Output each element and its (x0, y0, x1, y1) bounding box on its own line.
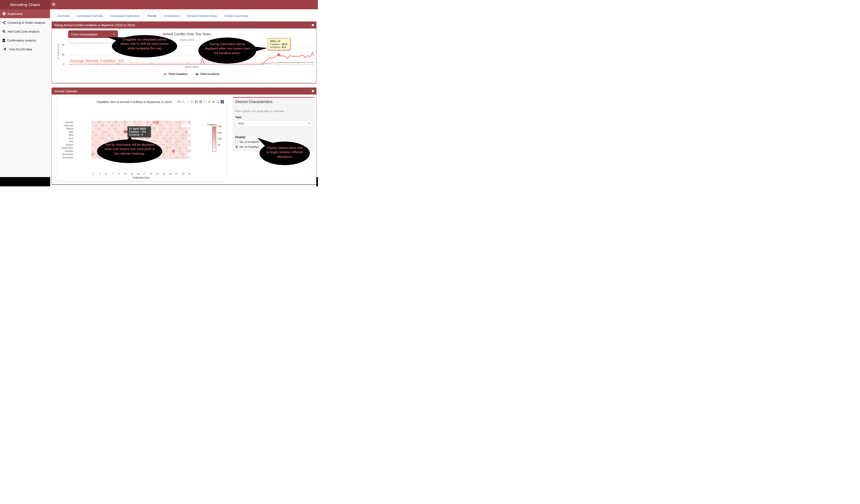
heatmap-cell[interactable] (133, 121, 137, 124)
heatmap-cell[interactable] (124, 124, 127, 127)
heatmap-cell[interactable] (172, 146, 175, 149)
heatmap-cell[interactable] (91, 150, 95, 153)
collapse-icon[interactable] (312, 90, 314, 92)
hover-compare-icon[interactable] (216, 100, 220, 104)
heatmap-cell[interactable] (178, 124, 182, 127)
heatmap-cell[interactable] (111, 121, 114, 124)
heatmap-cell[interactable] (182, 143, 185, 146)
heatmap-cell[interactable] (98, 127, 101, 130)
heatmap-cell[interactable] (178, 140, 182, 143)
heatmap-cell[interactable] (108, 124, 111, 127)
heatmap-cell[interactable] (172, 150, 175, 153)
legend-total-incidents[interactable]: Total Incidents (195, 72, 220, 75)
heatmap-cell[interactable] (172, 130, 175, 133)
heatmap-cell[interactable] (169, 153, 172, 156)
heatmap-cell[interactable] (169, 150, 172, 153)
heatmap-cell[interactable] (91, 121, 95, 124)
autoscale-icon[interactable] (203, 100, 207, 104)
tab-geospatial-exploration[interactable]: Geospatial Exploration (106, 12, 144, 21)
heatmap-cell[interactable] (108, 127, 111, 130)
heatmap-cell[interactable] (169, 127, 172, 130)
plotly-logo-icon[interactable] (220, 100, 224, 104)
heatmap-cell[interactable] (162, 121, 166, 124)
heatmap-cell[interactable] (104, 121, 108, 124)
heatmap-cell[interactable] (182, 146, 185, 149)
heatmap-cell[interactable] (178, 150, 182, 153)
heatmap-cell[interactable] (153, 124, 156, 127)
heatmap-cell[interactable] (175, 127, 178, 130)
heatmap-cell[interactable] (120, 121, 124, 124)
heatmap-cell[interactable] (130, 121, 133, 124)
heatmap-cell[interactable] (120, 127, 124, 130)
heatmap-cell[interactable] (178, 133, 182, 136)
zoom-icon[interactable] (182, 100, 185, 104)
heatmap-cell[interactable] (159, 124, 162, 127)
heatmap-cell[interactable] (188, 150, 191, 153)
heatmap-cell[interactable] (182, 156, 185, 159)
heatmap-cell[interactable] (156, 127, 159, 130)
heatmap-cell[interactable] (178, 137, 182, 140)
heatmap-cell[interactable] (178, 143, 182, 146)
sidebar-item-clustering[interactable]: Clustering & Outlier Analysis (0, 18, 50, 27)
heatmap-cell[interactable] (182, 133, 185, 136)
heatmap-cell[interactable] (175, 156, 178, 159)
heatmap-cell[interactable] (188, 133, 191, 136)
heatmap-cell[interactable] (91, 124, 95, 127)
tab-distributions[interactable]: Distributions (160, 12, 184, 21)
heatmap-cell[interactable] (108, 121, 111, 124)
heatmap-cell[interactable] (117, 130, 120, 133)
heatmap-cell[interactable] (156, 124, 159, 127)
heatmap-cell[interactable] (185, 137, 188, 140)
sidebar-item-exploratory[interactable]: Exploratory (0, 9, 50, 18)
heatmap-cell[interactable] (101, 121, 104, 124)
heatmap-cell[interactable] (162, 124, 166, 127)
heatmap-cell[interactable] (98, 121, 101, 124)
tab-geospatial-intensity[interactable]: Geospatial Intensity (73, 12, 106, 21)
heatmap-cell[interactable] (166, 150, 169, 153)
heatmap-cell[interactable] (120, 124, 124, 127)
heatmap-cell[interactable] (178, 156, 182, 159)
heatmap-cell[interactable] (172, 143, 175, 146)
zoom-out-icon[interactable] (199, 100, 202, 104)
heatmap-cell[interactable] (188, 121, 191, 124)
heatmap-cell[interactable] (185, 133, 188, 136)
heatmap-cell[interactable] (185, 130, 188, 133)
heatmap-cell[interactable] (175, 124, 178, 127)
heatmap-cell[interactable] (124, 127, 127, 130)
heatmap-cell[interactable] (185, 140, 188, 143)
heatmap-cell[interactable] (182, 130, 185, 133)
heatmap-cell[interactable] (140, 121, 143, 124)
heatmap-cell[interactable] (117, 127, 120, 130)
heatmap-cell[interactable] (169, 133, 172, 136)
heatmap-cell[interactable] (153, 130, 156, 133)
heatmap-cell[interactable] (166, 121, 169, 124)
heatmap-cell[interactable] (185, 127, 188, 130)
heatmap-cell[interactable] (166, 127, 169, 130)
heatmap-cell[interactable] (159, 130, 162, 133)
heatmap-cell[interactable] (104, 124, 108, 127)
sidebar-toggle-icon[interactable] (52, 3, 55, 6)
heatmap-cell[interactable] (185, 143, 188, 146)
heatmap-cell[interactable] (185, 121, 188, 124)
radio-icon[interactable] (235, 141, 238, 143)
heatmap-cell[interactable] (172, 153, 175, 156)
heatmap-cell[interactable] (153, 121, 156, 124)
heatmap-cell[interactable] (159, 127, 162, 130)
heatmap-cell[interactable] (114, 130, 117, 133)
heatmap-cell[interactable] (156, 121, 159, 124)
heatmap-cell[interactable] (91, 140, 95, 143)
heatmap-cell[interactable] (182, 137, 185, 140)
heatmap-cell[interactable] (98, 124, 101, 127)
heatmap-cell[interactable] (188, 156, 191, 159)
heatmap-cell[interactable] (172, 124, 175, 127)
highlighted-point[interactable] (278, 54, 280, 56)
heatmap-cell[interactable] (185, 156, 188, 159)
heatmap-cell[interactable] (175, 153, 178, 156)
heatmap-cell[interactable] (172, 121, 175, 124)
camera-icon[interactable] (177, 100, 181, 104)
heatmap-cell[interactable] (91, 130, 95, 133)
heatmap-cell[interactable] (91, 153, 95, 156)
sidebar-item-hotcold[interactable]: Hot/ Cold Zone Analysis (0, 27, 50, 36)
heatmap-cell[interactable] (159, 121, 162, 124)
tab-overview[interactable]: Overview (54, 12, 73, 21)
